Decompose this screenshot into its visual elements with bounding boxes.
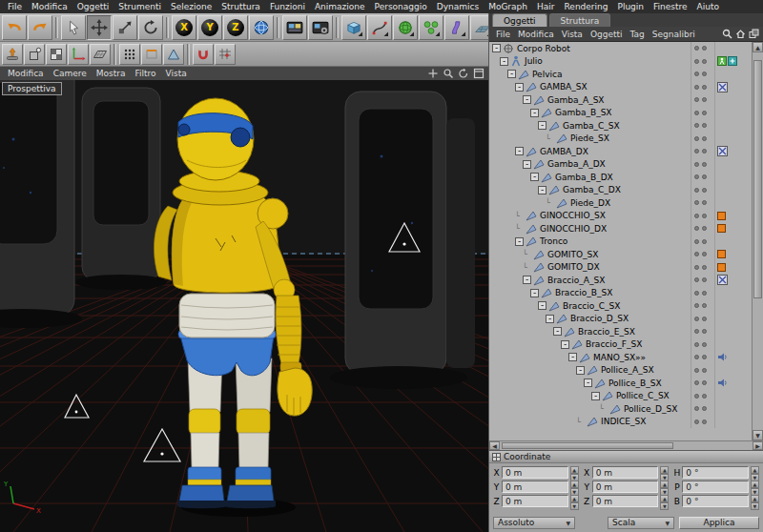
- tree-row[interactable]: -Gamba_C_DX: [489, 184, 752, 197]
- render-visibility-dot[interactable]: [702, 380, 707, 385]
- spinner-up-icon[interactable]: ▲: [660, 481, 669, 488]
- menu-strumenti[interactable]: Strumenti: [113, 0, 166, 13]
- object-label[interactable]: GOMITO_DX: [547, 262, 600, 272]
- pillar-left-front[interactable]: [0, 80, 82, 328]
- object-label[interactable]: Piede_SX: [570, 133, 609, 143]
- object-label[interactable]: Pollice_C_SX: [616, 391, 670, 400]
- menu-modifica[interactable]: Modifica: [27, 0, 72, 13]
- editor-visibility-dot[interactable]: [694, 200, 699, 205]
- expand-toggle-icon[interactable]: -: [568, 353, 577, 361]
- panel-menu-segnalibri[interactable]: Segnalibri: [649, 27, 699, 42]
- object-label[interactable]: Pollice_B_SX: [608, 379, 662, 388]
- expand-toggle-icon[interactable]: -: [576, 366, 585, 375]
- menu-mograph[interactable]: MoGraph: [484, 0, 532, 13]
- expand-toggle-icon[interactable]: -: [538, 186, 546, 194]
- editor-visibility-dot[interactable]: [694, 329, 699, 334]
- coord-value-input[interactable]: 0 m: [592, 481, 659, 493]
- tree-row[interactable]: -Gamba_B_DX: [489, 171, 752, 184]
- editor-visibility-dot[interactable]: [694, 136, 699, 141]
- live-selection-button[interactable]: [61, 15, 86, 40]
- spinner-up-icon[interactable]: ▲: [660, 466, 669, 474]
- add-deformer-button[interactable]: [444, 15, 469, 40]
- tree-row[interactable]: └Piede_SX: [489, 133, 752, 146]
- object-label[interactable]: Gamba_A_SX: [547, 95, 605, 105]
- toggle-view-button[interactable]: [471, 68, 485, 80]
- menu-animazione[interactable]: Animazione: [310, 0, 370, 13]
- expand-toggle-icon[interactable]: -: [523, 276, 531, 284]
- value-spinner[interactable]: ▲▼: [660, 495, 669, 507]
- render-visibility-dot[interactable]: [702, 252, 707, 256]
- spinner-up-icon[interactable]: ▲: [570, 495, 579, 502]
- menu-dynamics[interactable]: Dynamics: [432, 0, 484, 13]
- object-label[interactable]: Piede_DX: [570, 198, 610, 208]
- snap-button[interactable]: [193, 44, 214, 65]
- render-visibility-dot[interactable]: [702, 406, 707, 411]
- panel-menu-file[interactable]: File: [492, 27, 514, 42]
- menu-selezione[interactable]: Selezione: [166, 0, 217, 13]
- zoom-view-button[interactable]: [441, 68, 455, 80]
- menu-funzioni[interactable]: Funzioni: [265, 0, 310, 13]
- coord-value-input[interactable]: 0 m: [502, 466, 568, 479]
- expand-toggle-icon[interactable]: -: [584, 379, 592, 387]
- editor-visibility-dot[interactable]: [694, 111, 699, 115]
- tree-row[interactable]: -Gamba_A_SX: [489, 93, 752, 107]
- object-axis-button[interactable]: [68, 44, 89, 65]
- tree-row[interactable]: -Gamba_B_SX: [489, 107, 752, 120]
- render-visibility-dot[interactable]: [702, 226, 707, 231]
- search-icon[interactable]: [721, 28, 733, 40]
- ik-tag-icon[interactable]: [717, 82, 728, 92]
- editor-visibility-dot[interactable]: [694, 188, 699, 193]
- tree-row[interactable]: -GAMBA_SX: [489, 81, 752, 94]
- tree-row[interactable]: └Piede_DX: [489, 196, 752, 210]
- render-visibility-dot[interactable]: [702, 123, 707, 128]
- expression-tag-icon[interactable]: [717, 212, 726, 220]
- coord-system-button[interactable]: [249, 15, 274, 40]
- coord-value-input[interactable]: 0 m: [502, 481, 568, 493]
- make-editable-button[interactable]: [2, 44, 23, 65]
- object-label[interactable]: Braccio_A_SX: [547, 276, 605, 285]
- object-label[interactable]: GOMITO_SX: [547, 250, 598, 259]
- lock-z-button[interactable]: Z: [223, 15, 248, 40]
- tree-row[interactable]: └INDICE_SX: [489, 416, 752, 429]
- scroll-right-icon[interactable]: ▶: [753, 441, 763, 450]
- model-mode-button[interactable]: [24, 44, 45, 65]
- expression-tag-icon[interactable]: [717, 224, 726, 233]
- scale-mode-dropdown[interactable]: Scala▼: [608, 517, 674, 529]
- editor-visibility-dot[interactable]: [694, 162, 699, 167]
- object-label[interactable]: Julio: [525, 56, 543, 66]
- value-spinner[interactable]: ▲▼: [570, 466, 579, 479]
- expand-toggle-icon[interactable]: -: [492, 44, 501, 52]
- spinner-up-icon[interactable]: ▲: [751, 466, 759, 474]
- render-visibility-dot[interactable]: [702, 368, 707, 373]
- expand-toggle-icon[interactable]: -: [553, 327, 562, 336]
- menu-personaggio[interactable]: Personaggio: [370, 0, 432, 13]
- editor-visibility-dot[interactable]: [694, 317, 699, 321]
- render-visibility-dot[interactable]: [702, 419, 707, 424]
- editor-visibility-dot[interactable]: [694, 368, 699, 373]
- move-tool-button[interactable]: [87, 15, 112, 40]
- add-spline-button[interactable]: [367, 15, 392, 40]
- editor-visibility-dot[interactable]: [694, 72, 699, 76]
- viewport-canvas[interactable]: X Y: [0, 80, 488, 532]
- expand-toggle-icon[interactable]: -: [523, 160, 531, 169]
- display-tag-icon[interactable]: [728, 56, 737, 66]
- object-label[interactable]: Tronco: [540, 236, 567, 246]
- spinner-down-icon[interactable]: ▼: [751, 502, 759, 510]
- panel-menu-oggetti[interactable]: Oggetti: [587, 27, 627, 42]
- editor-visibility-dot[interactable]: [694, 419, 699, 424]
- spinner-up-icon[interactable]: ▲: [570, 481, 579, 488]
- tree-row[interactable]: -Braccio_D_SX: [489, 313, 752, 326]
- editor-visibility-dot[interactable]: [694, 252, 699, 256]
- viewport-menu-filtro[interactable]: Filtro: [131, 67, 161, 80]
- selection-tag-icon[interactable]: [717, 352, 728, 362]
- tree-row[interactable]: └GOMITO_DX: [489, 261, 752, 275]
- editor-visibility-dot[interactable]: [694, 342, 699, 347]
- tree-row[interactable]: -Tronco: [489, 235, 752, 249]
- tree-row[interactable]: -Corpo Robot: [489, 42, 752, 55]
- spinner-up-icon[interactable]: ▲: [660, 495, 669, 502]
- editor-visibility-dot[interactable]: [694, 394, 699, 399]
- render-visibility-dot[interactable]: [702, 277, 707, 282]
- editor-visibility-dot[interactable]: [694, 355, 699, 359]
- pillar-right[interactable]: [330, 92, 475, 389]
- expand-toggle-icon[interactable]: -: [591, 392, 600, 400]
